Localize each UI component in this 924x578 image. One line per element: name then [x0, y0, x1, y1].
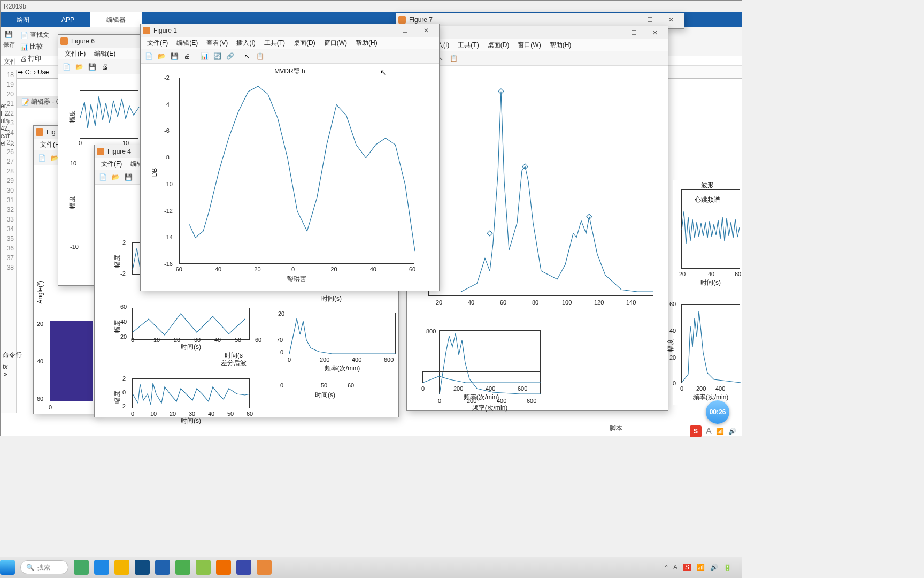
freq-x3: 频率(次/min) [422, 393, 540, 402]
open-icon[interactable]: 📂 [110, 171, 121, 183]
save-icon[interactable]: 💾 [86, 61, 98, 73]
menu-insert[interactable]: 插入(I) [232, 39, 259, 48]
timer-bubble[interactable]: 00:26 [706, 400, 729, 424]
print-icon[interactable]: 🖨 [99, 61, 111, 73]
print-icon[interactable]: 🖨 [181, 50, 193, 62]
task-view-icon[interactable] [74, 560, 89, 575]
tray-font-icon[interactable]: A [673, 564, 677, 571]
tray-wifi-icon[interactable]: 📶 [697, 564, 705, 571]
maximize-button[interactable]: ☐ [394, 24, 415, 37]
fig6-title: Figure 6 [71, 37, 141, 45]
prompt: » [4, 370, 7, 378]
menu-help[interactable]: 帮助(H) [545, 41, 576, 50]
ime-icon[interactable]: S [690, 425, 702, 437]
taskbar-search[interactable]: 🔍 搜索 [20, 560, 68, 574]
close-button[interactable]: ✕ [415, 24, 437, 37]
close-button[interactable]: ✕ [644, 26, 666, 39]
app-icon-4[interactable] [236, 560, 251, 575]
fig1-titlebar[interactable]: Figure 1 — ☐ ✕ [141, 24, 439, 37]
list-item[interactable]: 42. [1, 125, 11, 132]
list-icon[interactable]: 📋 [448, 52, 459, 64]
path-folder[interactable]: › Use [34, 69, 49, 76]
figure-peaks[interactable]: — ☐ ✕ (V) 插入(I) 工具(T) 桌面(D) 窗口(W) 帮助(H) … [406, 26, 668, 411]
print-button[interactable]: 🖨打印 [18, 53, 51, 64]
fx-prompt[interactable]: fx [3, 363, 36, 370]
chevron-up-icon[interactable]: ^ [665, 564, 668, 571]
tray-ime-icon[interactable]: S [683, 564, 691, 571]
path-drive[interactable]: C: [25, 69, 32, 76]
menu-edit[interactable]: 编辑(E) [90, 49, 120, 58]
save-button[interactable]: 💾 [3, 29, 15, 39]
fig6-menubar: 文件(F) 编辑(E) [58, 48, 143, 59]
maximize-button[interactable]: ☐ [623, 26, 644, 39]
new-icon[interactable]: 📄 [143, 50, 155, 62]
wifi-icon[interactable]: 📶 [716, 428, 724, 435]
link-icon[interactable]: 🔗 [224, 50, 236, 62]
menu-desktop[interactable]: 桌面(D) [289, 39, 320, 48]
palette-icon[interactable]: 📋 [254, 50, 266, 62]
ribbon-tab-app[interactable]: APP [45, 12, 90, 27]
open-icon[interactable]: 📂 [156, 50, 167, 62]
new-icon[interactable]: 📄 [97, 171, 109, 183]
tray-vol-icon[interactable]: 🔊 [710, 564, 718, 571]
new-icon[interactable]: 📄 [36, 152, 48, 164]
save-icon[interactable]: 💾 [168, 50, 180, 62]
list-item[interactable]: uls [1, 117, 11, 125]
app-icon-1[interactable] [135, 560, 150, 575]
close-button[interactable]: ✕ [660, 13, 682, 26]
menu-file[interactable]: 文件(F) [143, 39, 172, 48]
rotate-icon[interactable]: 🔄 [211, 50, 223, 62]
explorer-icon[interactable] [114, 560, 129, 575]
menu-desktop[interactable]: 桌面(D) [483, 41, 514, 50]
amp-y4: 幅度 [666, 339, 675, 352]
menu-view[interactable]: 查看(V) [202, 39, 232, 48]
ribbon-tab-editor[interactable]: 编辑器 [90, 12, 142, 27]
font-icon[interactable]: A [706, 427, 712, 436]
list-item[interactable]: el_... [1, 140, 11, 147]
matlab-taskbar-icon[interactable] [257, 560, 272, 575]
save-group: 💾 保存 [3, 29, 15, 49]
fig6-titlebar[interactable]: Figure 6 [58, 35, 143, 48]
menu-help[interactable]: 帮助(H) [351, 39, 382, 48]
image-plot [50, 321, 93, 401]
minimize-button[interactable]: — [602, 26, 623, 39]
diff-label: 差分后波 [202, 359, 266, 368]
find-button[interactable]: 📄查找文 [18, 29, 51, 41]
menu-window[interactable]: 窗口(W) [513, 41, 545, 50]
edge-icon[interactable] [94, 560, 109, 575]
open-icon[interactable]: 📂 [73, 61, 85, 73]
wechat-icon[interactable] [175, 560, 190, 575]
pointer-icon[interactable]: ↖ [241, 50, 253, 62]
list-item[interactable]: ear [1, 132, 11, 140]
menu-tools[interactable]: 工具(T) [260, 39, 289, 48]
snip-icon[interactable] [216, 560, 231, 575]
menu-window[interactable]: 窗口(W) [320, 39, 351, 48]
save-icon[interactable]: 💾 [122, 171, 134, 183]
print-icon: 🖨 [20, 55, 27, 63]
new-icon[interactable]: 📄 [60, 61, 72, 73]
matlab-icon [97, 148, 104, 155]
app-icon-2[interactable] [155, 560, 170, 575]
small-plots-a: 20 0 0 200 400 600 频率(次/min) 50 60 70 时间… [257, 289, 412, 380]
minimize-button[interactable]: — [618, 13, 639, 26]
app-icon-3[interactable] [196, 560, 211, 575]
figpk-titlebar[interactable]: — ☐ ✕ [407, 26, 668, 39]
tray-batt-icon[interactable]: 🔋 [723, 564, 732, 571]
compare-button[interactable]: 📊比较 [18, 41, 51, 52]
maximize-button[interactable]: ☐ [639, 13, 660, 26]
list-item[interactable]: F2. [1, 110, 11, 117]
menu-file[interactable]: 文件(F) [97, 159, 126, 169]
list-item[interactable]: er. [1, 102, 11, 110]
figure-1[interactable]: Figure 1 — ☐ ✕ 文件(F) 编辑(E) 查看(V) 插入(I) 工… [140, 24, 440, 291]
minimize-button[interactable]: — [373, 24, 394, 37]
volume-icon[interactable]: 🔊 [728, 428, 736, 435]
menu-file[interactable]: 文件(F) [60, 49, 90, 58]
search-placeholder: 搜索 [37, 563, 50, 572]
datatip-icon[interactable]: 📊 [198, 50, 210, 62]
figpk-toolbar: 📄 📋 ↖ 📋 [407, 51, 668, 66]
ribbon-tab-plot[interactable]: 绘图 [1, 12, 45, 27]
menu-edit[interactable]: 编辑(E) [172, 39, 202, 48]
taskbar[interactable]: 🔍 搜索 ^ A S 📶 🔊 🔋 [0, 557, 742, 578]
start-icon[interactable] [0, 560, 15, 575]
menu-tools[interactable]: 工具(T) [453, 41, 483, 50]
